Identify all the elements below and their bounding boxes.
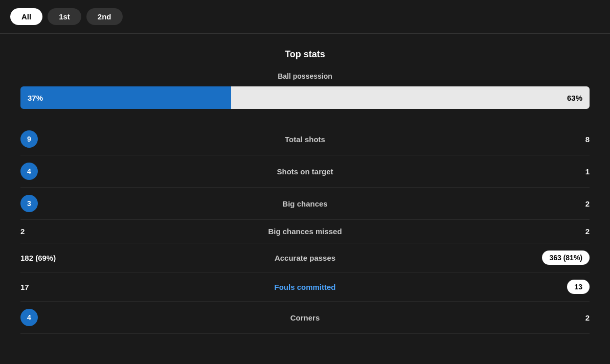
stat-label-accurate-passes: Accurate passes: [102, 254, 508, 262]
stat-left-accurate-passes: 182 (69%): [20, 254, 102, 262]
possession-label: Ball possession: [20, 72, 590, 80]
stat-label-corners: Corners: [102, 313, 508, 322]
stat-label-shots-on-target: Shots on target: [102, 167, 508, 176]
stat-row-corners: 4 Corners 2: [20, 302, 590, 334]
main-content: Top stats Ball possession 37% 63% 9 Tota…: [0, 34, 610, 344]
badge-fouls-committed-right: 13: [567, 280, 590, 294]
possession-bar: 37% 63%: [20, 86, 590, 109]
stat-row-fouls-committed: 17 Fouls committed 13: [20, 272, 590, 302]
badge-total-shots-left: 9: [20, 130, 38, 148]
stat-left-big-chances-missed: 2: [20, 227, 102, 236]
stat-right-shots-on-target: 1: [508, 167, 590, 176]
tab-2nd[interactable]: 2nd: [86, 8, 123, 25]
stat-label-big-chances: Big chances: [102, 199, 508, 208]
badge-big-chances-left: 3: [20, 195, 38, 212]
stat-label-big-chances-missed: Big chances missed: [102, 227, 508, 236]
stat-right-total-shots: 8: [508, 135, 590, 144]
stat-left-shots-on-target: 4: [20, 163, 102, 180]
stat-right-accurate-passes: 363 (81%): [508, 251, 590, 265]
stat-left-corners: 4: [20, 309, 102, 326]
stat-row-shots-on-target: 4 Shots on target 1: [20, 155, 590, 188]
tab-1st[interactable]: 1st: [48, 8, 81, 25]
section-title: Top stats: [20, 49, 590, 60]
badge-accurate-passes-right: 363 (81%): [542, 251, 590, 265]
stat-label-fouls-committed: Fouls committed: [102, 283, 508, 291]
possession-left-value: 37%: [20, 86, 231, 109]
stat-left-fouls-committed: 17: [20, 283, 102, 291]
stat-row-accurate-passes: 182 (69%) Accurate passes 363 (81%): [20, 243, 590, 272]
stat-right-big-chances-missed: 2: [508, 227, 590, 236]
stat-left-total-shots: 9: [20, 130, 102, 148]
badge-shots-on-target-left: 4: [20, 163, 38, 180]
badge-corners-left: 4: [20, 309, 38, 326]
stat-label-total-shots: Total shots: [102, 135, 508, 144]
header-tabs: All 1st 2nd: [0, 0, 610, 34]
stat-right-fouls-committed: 13: [508, 280, 590, 294]
stat-right-corners: 2: [508, 313, 590, 322]
stat-row-total-shots: 9 Total shots 8: [20, 123, 590, 155]
stat-row-big-chances: 3 Big chances 2: [20, 188, 590, 220]
stat-left-big-chances: 3: [20, 195, 102, 212]
tab-all[interactable]: All: [10, 8, 42, 25]
possession-right-value: 63%: [231, 86, 590, 109]
stat-row-big-chances-missed: 2 Big chances missed 2: [20, 220, 590, 243]
stat-right-big-chances: 2: [508, 199, 590, 208]
